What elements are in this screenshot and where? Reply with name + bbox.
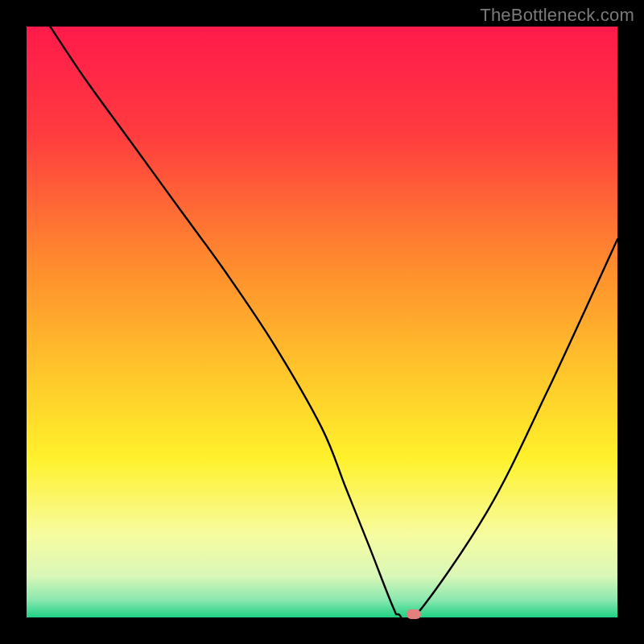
watermark-text: TheBottleneck.com: [480, 5, 634, 26]
optimal-point-marker: [407, 609, 421, 619]
bottleneck-chart: [27, 27, 617, 617]
gradient-background: [27, 27, 617, 617]
chart-plot-area: [27, 27, 617, 617]
